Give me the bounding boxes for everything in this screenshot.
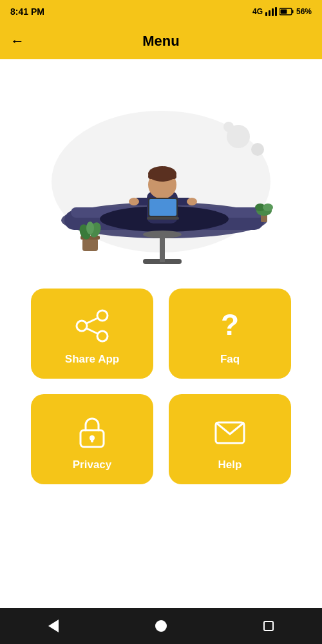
status-icons: 4G 56% xyxy=(252,7,312,16)
signal-bars-icon xyxy=(265,7,277,16)
svg-text:?: ? xyxy=(221,308,239,341)
svg-rect-27 xyxy=(149,199,176,216)
svg-point-17 xyxy=(143,231,182,238)
svg-rect-46 xyxy=(91,438,93,442)
svg-point-40 xyxy=(97,331,108,341)
svg-rect-33 xyxy=(82,238,98,251)
home-nav-button[interactable] xyxy=(146,611,176,641)
help-button[interactable]: Help xyxy=(169,394,291,484)
svg-rect-28 xyxy=(147,217,179,220)
svg-point-32 xyxy=(263,204,273,211)
back-button[interactable]: ← xyxy=(10,33,24,50)
help-label: Help xyxy=(218,459,242,471)
privacy-button[interactable]: Privacy xyxy=(31,394,153,484)
back-nav-button[interactable] xyxy=(38,611,69,641)
battery-icon xyxy=(279,8,294,15)
header-title: Menu xyxy=(142,33,179,50)
status-bar: 8:41 PM 4G 56% xyxy=(0,0,322,23)
svg-point-9 xyxy=(251,143,264,156)
home-circle-icon xyxy=(155,620,167,632)
svg-point-39 xyxy=(77,321,87,331)
hero-illustration xyxy=(39,72,283,265)
recents-nav-button[interactable] xyxy=(253,611,284,641)
svg-rect-6 xyxy=(280,10,287,14)
bottom-nav xyxy=(0,608,322,644)
back-triangle-icon xyxy=(48,620,59,632)
status-time: 8:41 PM xyxy=(10,6,44,17)
svg-rect-2 xyxy=(272,8,274,16)
svg-point-10 xyxy=(223,122,234,132)
faq-label: Faq xyxy=(220,353,240,366)
privacy-label: Privacy xyxy=(73,459,112,471)
svg-rect-16 xyxy=(160,236,165,262)
svg-line-42 xyxy=(87,328,98,334)
share-app-label: Share App xyxy=(65,353,119,366)
svg-point-37 xyxy=(86,222,94,234)
svg-point-24 xyxy=(129,198,139,205)
svg-rect-21 xyxy=(148,174,176,179)
mail-icon xyxy=(211,412,249,451)
svg-rect-5 xyxy=(292,10,293,14)
faq-icon: ? xyxy=(211,307,249,345)
svg-point-25 xyxy=(187,198,197,205)
svg-point-38 xyxy=(97,310,108,321)
menu-grid: Share App ? Faq Privacy xyxy=(0,278,322,500)
recents-square-icon xyxy=(263,621,274,631)
header: ← Menu xyxy=(0,23,322,59)
signal-icon: 4G xyxy=(252,7,263,16)
svg-rect-1 xyxy=(269,10,270,16)
battery-level: 56% xyxy=(296,7,312,16)
illustration-area xyxy=(0,59,322,278)
share-icon xyxy=(73,307,111,345)
faq-button[interactable]: ? Faq xyxy=(169,289,291,379)
svg-rect-0 xyxy=(265,12,267,16)
lock-icon xyxy=(73,412,111,451)
main-content: Share App ? Faq Privacy xyxy=(0,59,322,608)
svg-rect-3 xyxy=(275,7,277,16)
svg-line-41 xyxy=(87,318,98,323)
share-app-button[interactable]: Share App xyxy=(31,289,153,379)
